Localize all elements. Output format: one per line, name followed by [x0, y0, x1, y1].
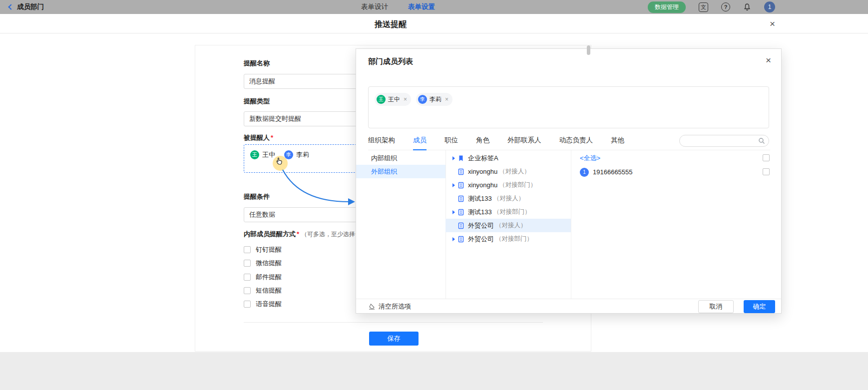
tree-row[interactable]: 企业标签A — [445, 151, 571, 165]
help-icon[interactable]: ? — [721, 2, 730, 11]
translate-icon[interactable]: 文 — [699, 2, 708, 12]
tab-form-settings[interactable]: 表单设置 — [408, 2, 435, 11]
back-button[interactable]: 成员部门 — [9, 0, 44, 14]
topbar-nav: 表单设计 表单设置 — [361, 0, 435, 14]
member-list-modal: 部门成员列表 × 王 王中 × 李 李莉 × 组织架构 成员 职位 角色 外部联… — [356, 48, 782, 314]
modal-close-icon[interactable]: × — [766, 55, 771, 66]
page-titlebar: 推送提醒 × — [0, 14, 868, 33]
dingtalk-checkbox[interactable] — [244, 246, 251, 253]
tree-row-selected[interactable]: 外贸公司（对接人） — [445, 219, 571, 232]
email-checkbox[interactable] — [244, 274, 251, 281]
building-icon — [457, 182, 465, 189]
selected-member-tag[interactable]: 李 李莉 × — [416, 93, 452, 106]
divider — [244, 322, 543, 323]
user-avatar[interactable]: 1 — [764, 1, 775, 12]
avatar: 王 — [377, 95, 386, 104]
tab-members[interactable]: 成员 — [413, 134, 427, 150]
clear-icon — [368, 303, 376, 310]
recipient-tag[interactable]: 王 王中 — [250, 150, 275, 159]
member-row[interactable]: 1 19166665555 — [571, 165, 770, 179]
building-icon — [457, 209, 465, 216]
required-asterisk: * — [297, 230, 299, 238]
tree-row[interactable]: xinyonghu（对接人） — [445, 165, 571, 178]
tab-other[interactable]: 其他 — [611, 134, 624, 150]
modal-title: 部门成员列表 — [368, 57, 413, 66]
scrollbar-thumb[interactable] — [587, 45, 590, 55]
avatar: 王 — [250, 150, 259, 159]
bell-icon[interactable] — [743, 3, 751, 11]
search-icon — [758, 137, 765, 146]
tree-row[interactable]: 测试133（对接部门） — [445, 205, 571, 219]
tab-dynamic-owner[interactable]: 动态负责人 — [559, 134, 593, 150]
back-chevron-icon — [8, 4, 13, 9]
sms-checkbox[interactable] — [244, 287, 251, 294]
select-all-link[interactable]: <全选> — [580, 154, 600, 163]
page-close-icon[interactable]: × — [770, 18, 775, 29]
tag-icon — [457, 155, 465, 162]
tree-row[interactable]: 测试133（对接人） — [445, 192, 571, 205]
member-search-box — [679, 135, 769, 147]
member-search-input[interactable] — [685, 136, 757, 146]
select-all-checkbox[interactable] — [763, 154, 770, 161]
tree-row[interactable]: 外贸公司（对接部门） — [445, 232, 571, 246]
page-title: 推送提醒 — [375, 19, 407, 30]
member-checkbox[interactable] — [763, 168, 770, 175]
wechat-checkbox[interactable] — [244, 260, 251, 267]
tab-role[interactable]: 角色 — [476, 134, 489, 150]
save-button[interactable]: 保存 — [369, 332, 419, 346]
building-icon — [457, 222, 465, 229]
building-icon — [457, 195, 465, 202]
org-group-internal[interactable]: 内部组织 — [356, 151, 445, 165]
reminder-name-label: 提醒名称 — [244, 59, 270, 68]
select-all-row: <全选> — [571, 151, 770, 165]
remove-tag-icon[interactable]: × — [445, 96, 448, 103]
app-topbar: 成员部门 表单设计 表单设置 数据管理 文 ? 1 — [0, 0, 868, 14]
required-asterisk: * — [271, 134, 273, 141]
tab-form-design[interactable]: 表单设计 — [361, 2, 388, 11]
tab-position[interactable]: 职位 — [444, 134, 458, 150]
modal-footer: 清空所选项 取消 确定 — [356, 299, 781, 314]
clear-selection-button[interactable]: 清空所选项 — [368, 302, 411, 311]
expand-arrow-icon[interactable] — [452, 156, 457, 160]
recipient-label: 被提醒人* — [244, 133, 273, 142]
selected-members-box: 王 王中 × 李 李莉 × — [368, 86, 769, 128]
topbar-actions: 数据管理 文 ? 1 — [648, 0, 775, 14]
avatar: 1 — [580, 168, 589, 177]
building-icon — [457, 168, 465, 175]
tree-row[interactable]: xinyonghu（对接部门） — [445, 178, 571, 192]
cancel-button[interactable]: 取消 — [698, 300, 734, 313]
confirm-button[interactable]: 确定 — [744, 300, 775, 313]
voice-checkbox[interactable] — [244, 301, 251, 308]
expand-arrow-icon[interactable] — [452, 210, 457, 214]
org-group-external[interactable]: 外部组织 — [356, 165, 445, 178]
building-icon — [457, 236, 465, 243]
selected-member-tag[interactable]: 王 王中 × — [375, 93, 411, 106]
back-label: 成员部门 — [17, 2, 44, 11]
data-manage-button[interactable]: 数据管理 — [648, 1, 686, 13]
reminder-type-label: 提醒类型 — [244, 97, 270, 106]
avatar: 李 — [418, 95, 427, 104]
tab-external-contacts[interactable]: 外部联系人 — [507, 134, 541, 150]
expand-arrow-icon[interactable] — [452, 183, 457, 187]
expand-arrow-icon[interactable] — [452, 237, 457, 241]
avatar: 李 — [284, 150, 293, 159]
tab-org-structure[interactable]: 组织架构 — [368, 134, 395, 150]
remove-tag-icon[interactable]: × — [404, 96, 407, 103]
condition-label: 提醒条件 — [244, 192, 270, 201]
recipient-tag[interactable]: 李 李莉 — [284, 150, 309, 159]
